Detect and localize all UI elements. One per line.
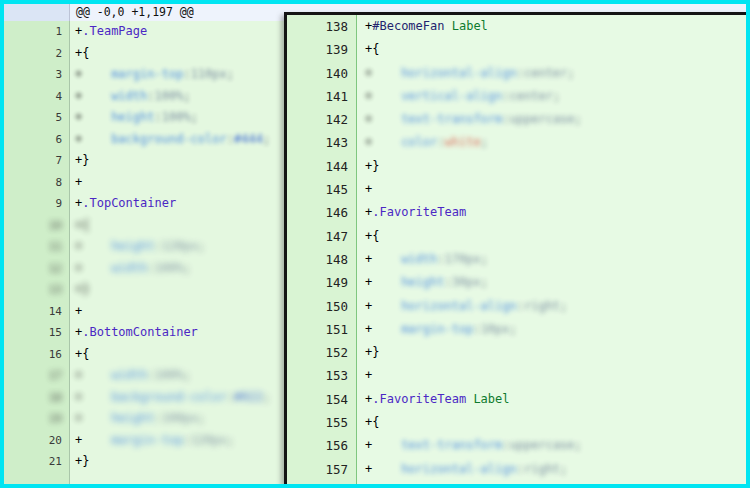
diff-viewer-screenshot: { "hunk_header": "@@ -0,0 +1,197 @@", "c…	[0, 0, 750, 488]
code-token-plain	[372, 252, 401, 266]
code-token-punct: :	[502, 89, 509, 103]
right-diff-pane-overlay[interactable]: 138+#BecomeFan Label139+{140+ horizontal…	[284, 12, 746, 484]
code-token-punct: :	[227, 132, 234, 146]
code-token-prop: width	[111, 261, 147, 275]
code-token-punct: ;	[510, 322, 517, 336]
code-token-plain: +{	[75, 218, 89, 232]
code-token-punct: :	[147, 261, 154, 275]
diff-line: 153+	[287, 364, 746, 387]
code-token-punct: ;	[183, 368, 190, 382]
diff-line: 148+ width:170px;	[287, 248, 746, 271]
code-token-plain	[372, 135, 401, 149]
line-code: +#BecomeFan Label	[357, 15, 746, 38]
code-token-punct: :	[502, 438, 509, 452]
code-token-prop: margin-top	[401, 322, 473, 336]
line-code: +.FavoriteTeam Label	[357, 388, 746, 411]
code-token-value: 100%	[155, 368, 184, 382]
code-token-punct: :	[183, 433, 190, 447]
code-token-plain	[372, 66, 401, 80]
code-token-punct: :	[437, 252, 444, 266]
code-token-prop: horizontal-align	[401, 462, 517, 476]
line-number: 5	[4, 107, 69, 129]
code-token-selector: .BottomContainer	[82, 325, 198, 339]
line-number: 157	[287, 458, 357, 481]
line-code: + vertical-align:center;	[357, 85, 746, 108]
code-token-value: 30px	[452, 275, 481, 289]
code-token-id: #BecomeFan	[372, 19, 444, 33]
diff-line: 155+{	[287, 411, 746, 434]
code-token-plain	[82, 390, 111, 404]
code-token-prop: background-color	[111, 390, 227, 404]
code-token-punct: ;	[263, 390, 270, 404]
code-token-plain	[372, 438, 401, 452]
line-code: + text-transform:uppercase;	[357, 434, 746, 457]
line-code: +}	[357, 341, 746, 364]
code-token-punct: ;	[575, 438, 582, 452]
code-token-prop: margin-top	[111, 433, 183, 447]
code-token-punct: ;	[191, 110, 198, 124]
code-token-prop: horizontal-align	[401, 66, 517, 80]
code-token-punct: ;	[575, 112, 582, 126]
line-number: 18	[4, 387, 69, 409]
code-token-punct: ;	[560, 462, 567, 476]
line-number: 144	[287, 155, 357, 178]
line-number: 7	[4, 150, 69, 172]
code-token-punct: :	[502, 112, 509, 126]
code-token-plain	[82, 132, 111, 146]
line-number: 155	[287, 411, 357, 434]
line-number: 139	[287, 38, 357, 61]
code-token-value: uppercase	[510, 438, 575, 452]
code-token-prop: width	[401, 252, 437, 266]
code-token-plain: +{	[365, 42, 379, 56]
code-token-plain	[372, 112, 401, 126]
code-token-prop: height	[111, 239, 154, 253]
code-token-prop: vertical-align	[401, 89, 502, 103]
code-token-punct: :	[227, 390, 234, 404]
diff-line: 142+ text-transform:uppercase;	[287, 108, 746, 131]
line-number: 140	[287, 62, 357, 85]
code-token-selector: .FavoriteTeam	[372, 392, 466, 406]
line-number: 11	[4, 236, 69, 258]
code-token-value: 170px	[445, 252, 481, 266]
diff-line: 140+ horizontal-align:center;	[287, 62, 746, 85]
code-token-prop: color	[401, 135, 437, 149]
code-token-prop: width	[111, 368, 147, 382]
code-token-plain	[82, 368, 111, 382]
code-token-punct: ;	[183, 261, 190, 275]
code-token-element: Label	[452, 19, 488, 33]
code-token-value: 120px	[162, 239, 198, 253]
code-token-plain	[82, 261, 111, 275]
code-token-plain: +}	[365, 159, 379, 173]
code-token-punct: ;	[481, 275, 488, 289]
diff-line: 146+.FavoriteTeam	[287, 201, 746, 224]
line-number: 1	[4, 21, 69, 43]
line-number: 142	[287, 108, 357, 131]
code-token-prop: background-color	[111, 132, 227, 146]
code-token-prop: text-transform	[401, 112, 502, 126]
diff-line: 143+ color:white;	[287, 131, 746, 154]
diff-line: 154+.FavoriteTeam Label	[287, 388, 746, 411]
code-token-punct: :	[155, 239, 162, 253]
code-token-prop: text-transform	[401, 438, 502, 452]
line-number: 138	[287, 15, 357, 38]
code-token-punct: ;	[553, 89, 560, 103]
code-token-hexval: #444	[234, 132, 263, 146]
line-number: 6	[4, 129, 69, 151]
line-code: +}	[357, 155, 746, 178]
code-token-plain: +{	[75, 46, 89, 60]
line-code: + horizontal-align:right;	[357, 295, 746, 318]
line-code: +	[357, 178, 746, 201]
code-token-value: uppercase	[510, 112, 575, 126]
code-token-value: 100%	[155, 89, 184, 103]
code-token-prop: height	[111, 411, 154, 425]
code-token-punct: :	[517, 66, 524, 80]
code-token-plain: +{	[75, 347, 89, 361]
code-token-plain	[82, 411, 111, 425]
code-token-plain: +	[75, 304, 82, 318]
diff-line: 150+ horizontal-align:right;	[287, 295, 746, 318]
code-token-plain	[82, 67, 111, 81]
code-token-plain	[444, 19, 451, 33]
line-number: 21	[4, 451, 69, 473]
code-token-punct: :	[437, 135, 444, 149]
code-token-value: 10px	[481, 322, 510, 336]
